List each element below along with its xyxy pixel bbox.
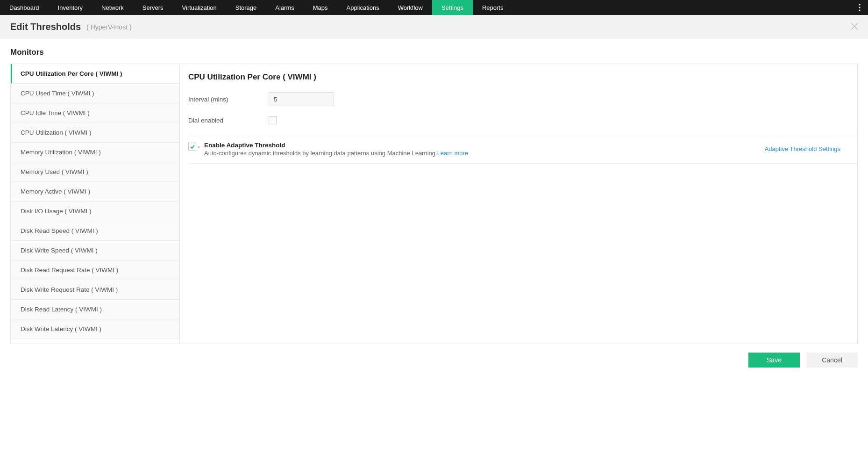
cancel-button[interactable]: Cancel: [806, 353, 858, 368]
nav-workflow[interactable]: Workflow: [389, 0, 432, 15]
adaptive-threshold-checkbox[interactable]: [188, 143, 196, 151]
monitor-item-disk-write-speed[interactable]: Disk Write Speed ( VIWMI ): [11, 241, 179, 260]
nav-applications[interactable]: Applications: [337, 0, 389, 15]
nav-virtualization[interactable]: Virtualization: [173, 0, 226, 15]
nav-network[interactable]: Network: [92, 0, 133, 15]
monitor-item-cpu-utilization[interactable]: CPU Utilization ( VIWMI ): [11, 123, 179, 143]
adaptive-threshold-section: ◂ Enable Adaptive Threshold Auto-configu…: [188, 135, 857, 164]
adaptive-threshold-settings-link[interactable]: Adaptive Threshold Settings: [765, 142, 850, 152]
adaptive-threshold-title: Enable Adaptive Threshold: [204, 142, 760, 149]
learn-more-link[interactable]: Learn more: [437, 150, 468, 157]
nav-settings[interactable]: Settings: [432, 0, 473, 15]
expand-arrow-icon[interactable]: ◂: [197, 144, 199, 149]
nav-inventory[interactable]: Inventory: [49, 0, 92, 15]
page-subtitle: ( HyperV-Host ): [86, 23, 131, 31]
close-icon[interactable]: [850, 22, 859, 32]
page-title: Edit Thresholds: [10, 22, 81, 32]
svg-point-0: [859, 4, 860, 5]
footer-actions: Save Cancel: [0, 344, 868, 376]
monitor-item-disk-io-usage[interactable]: Disk I/O Usage ( VIWMI ): [11, 202, 179, 221]
page-header: Edit Thresholds ( HyperV-Host ): [0, 15, 868, 39]
monitor-item-disk-write-request-rate[interactable]: Disk Write Request Rate ( VIWMI ): [11, 280, 179, 300]
monitor-item-memory-utilization[interactable]: Memory Utilization ( VIWMI ): [11, 143, 179, 162]
monitor-item-memory-used[interactable]: Memory Used ( VIWMI ): [11, 162, 179, 182]
monitors-sidebar[interactable]: CPU Utilization Per Core ( VIWMI ) CPU U…: [10, 64, 179, 344]
dial-enabled-checkbox[interactable]: [269, 116, 277, 124]
section-heading-monitors: Monitors: [0, 39, 868, 64]
monitor-item-memory-active[interactable]: Memory Active ( VIWMI ): [11, 182, 179, 202]
main-content: CPU Utilization Per Core ( VIWMI ) CPU U…: [0, 64, 868, 344]
monitor-item-disk-read-speed[interactable]: Disk Read Speed ( VIWMI ): [11, 221, 179, 241]
nav-dashboard[interactable]: Dashboard: [0, 0, 49, 15]
panel-title: CPU Utilization Per Core ( VIWMI ): [188, 72, 857, 82]
monitor-item-disk-write-latency[interactable]: Disk Write Latency ( VIWMI ): [11, 319, 179, 339]
monitor-item-disk-read-request-rate[interactable]: Disk Read Request Rate ( VIWMI ): [11, 260, 179, 280]
interval-row: Interval (mins): [188, 92, 857, 106]
adaptive-threshold-description: Auto-configures dynamic thresholds by le…: [204, 150, 760, 157]
nav-more-icon[interactable]: [856, 0, 863, 15]
nav-servers[interactable]: Servers: [133, 0, 173, 15]
monitor-item-disk-read-latency[interactable]: Disk Read Latency ( VIWMI ): [11, 300, 179, 319]
interval-label: Interval (mins): [188, 96, 269, 103]
monitor-item-cpu-util-per-core[interactable]: CPU Utilization Per Core ( VIWMI ): [11, 64, 179, 84]
top-navigation: Dashboard Inventory Network Servers Virt…: [0, 0, 868, 15]
dial-enabled-label: Dial enabled: [188, 117, 269, 124]
nav-maps[interactable]: Maps: [304, 0, 337, 15]
dial-enabled-row: Dial enabled: [188, 116, 857, 124]
nav-reports[interactable]: Reports: [473, 0, 513, 15]
nav-alarms[interactable]: Alarms: [266, 0, 303, 15]
nav-storage[interactable]: Storage: [226, 0, 266, 15]
svg-point-1: [859, 7, 860, 8]
monitor-item-cpu-used-time[interactable]: CPU Used Time ( VIWMI ): [11, 84, 179, 103]
threshold-detail-panel: CPU Utilization Per Core ( VIWMI ) Inter…: [179, 64, 858, 344]
svg-point-2: [859, 9, 860, 11]
interval-input[interactable]: [269, 92, 334, 106]
monitor-item-cpu-idle-time[interactable]: CPU Idle Time ( VIWMI ): [11, 103, 179, 123]
save-button[interactable]: Save: [748, 353, 800, 368]
